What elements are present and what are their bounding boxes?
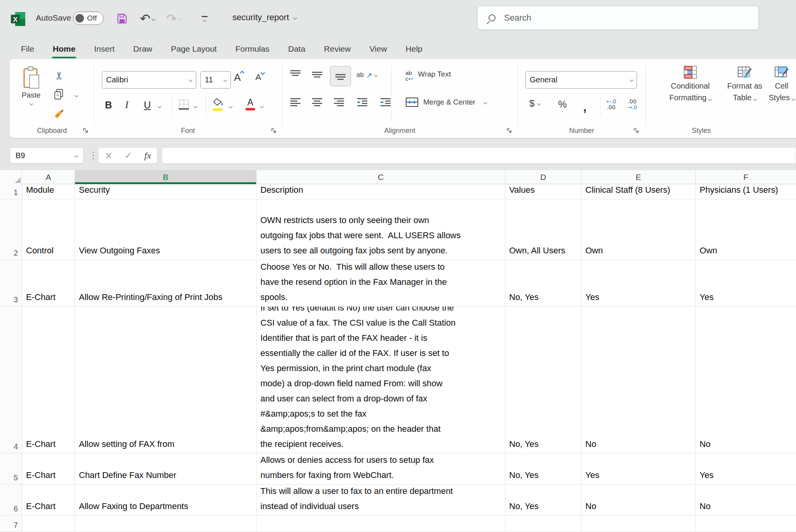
cell-F4[interactable]: No [696,307,796,454]
tab-formulas[interactable]: Formulas [226,39,279,59]
tab-review[interactable]: Review [315,39,360,59]
name-box[interactable]: B9 [10,147,84,164]
comma-format-button[interactable]: , [583,103,587,110]
formula-bar-drag-handle[interactable]: ⋮ [89,150,98,161]
cell-E6[interactable]: No [581,485,696,516]
customize-quick-access-button[interactable] [197,10,211,27]
cell-F1[interactable]: Physicians (1 Users) [696,184,796,199]
row-header-3[interactable]: 3 [0,260,22,307]
align-right-button[interactable] [333,97,345,110]
copy-button[interactable] [53,89,64,102]
font-color-button[interactable]: A [246,97,255,110]
cell-C1[interactable]: Description [257,184,505,199]
cell-styles-button[interactable]: Cell Styles [764,65,796,103]
insert-function-button[interactable]: fx [144,150,151,161]
italic-button[interactable]: I [125,99,128,110]
underline-button[interactable]: U [144,99,151,111]
font-size-select[interactable]: 11 [201,71,231,89]
row-header-6[interactable]: 6 [0,485,22,516]
cell-A7[interactable] [22,516,75,532]
cell-C7[interactable] [257,516,505,532]
cell-E4[interactable]: No [581,307,696,454]
decrease-indent-button[interactable] [356,97,369,110]
column-header-c[interactable]: C [257,170,505,184]
tab-draw[interactable]: Draw [124,39,162,59]
font-family-select[interactable]: Calibri [102,71,196,89]
decrease-decimal-button[interactable]: .00 →.0 [627,99,637,110]
cell-A5[interactable]: E-Chart [22,454,75,485]
cell-E1[interactable]: Clinical Staff (8 Users) [581,184,696,199]
cell-C5[interactable]: Allows or denies access for users to set… [257,454,505,485]
enter-button[interactable]: ✓ [124,150,132,161]
column-header-a[interactable]: A [22,170,75,184]
currency-format-button[interactable]: $ [529,98,540,109]
increase-decimal-button[interactable]: ←.0 .00 [606,99,616,110]
increase-font-size-button[interactable]: A [234,72,241,84]
row-header-7[interactable]: 7 [0,516,22,532]
align-middle-button[interactable] [311,69,323,82]
cell-B6[interactable]: Allow Faxing to Departments [75,485,257,516]
tab-home[interactable]: Home [44,39,85,59]
cell-A1[interactable]: Module [22,184,75,199]
format-as-table-button[interactable]: Format as Table [719,65,770,103]
search-input[interactable]: Search [477,6,759,30]
paste-button[interactable]: Paste [17,66,45,106]
workbook-title[interactable]: security_report [232,12,297,23]
select-all-corner[interactable] [0,170,22,184]
bold-button[interactable]: B [105,99,112,111]
cancel-button[interactable]: × [105,150,112,161]
cell-C6[interactable]: This will allow a user to fax to an enti… [257,485,505,516]
clipboard-dialog-launcher-icon[interactable] [83,128,89,134]
tab-page-layout[interactable]: Page Layout [162,39,226,59]
fill-color-button[interactable] [213,98,224,111]
tab-data[interactable]: Data [279,39,314,59]
cell-F6[interactable]: No [696,485,796,516]
cell-B5[interactable]: Chart Define Fax Number [75,454,257,485]
cell-C2[interactable]: OWN restricts users to only seeing their… [257,199,505,260]
cell-C4[interactable]: If set to Yes (default is No) the user c… [257,307,505,454]
cell-E3[interactable]: Yes [581,260,696,307]
column-header-b[interactable]: B [75,170,257,184]
decrease-font-size-button[interactable]: A [255,72,261,82]
cell-F3[interactable]: Yes [696,260,796,307]
tab-view[interactable]: View [360,39,396,59]
column-header-d[interactable]: D [505,170,581,184]
row-header-5[interactable]: 5 [0,454,22,485]
increase-indent-button[interactable] [379,97,392,110]
column-header-e[interactable]: E [581,170,696,184]
font-color-dropdown-icon[interactable] [260,105,264,108]
alignment-dialog-launcher-icon[interactable] [506,128,513,134]
cell-B4[interactable]: Allow setting of FAX from [75,307,257,454]
redo-button[interactable]: ↷ [163,10,184,27]
formula-input[interactable] [162,147,796,164]
cell-B7[interactable] [75,516,257,532]
cell-D3[interactable]: No, Yes [505,260,581,307]
wrap-text-button[interactable]: ab c↩ Wrap Text [405,70,451,82]
undo-button[interactable]: ↶ [137,10,158,27]
cell-D4[interactable]: No, Yes [505,307,581,454]
conditional-formatting-button[interactable]: Conditional Formatting [665,65,716,103]
autosave-toggle[interactable]: Off [73,12,103,25]
cell-E7[interactable] [581,516,696,532]
row-header-4[interactable]: 4 [0,307,22,454]
merge-center-button[interactable]: Merge & Center [405,96,487,108]
cell-D6[interactable]: No, Yes [505,485,581,516]
cell-E2[interactable]: Own [581,199,696,260]
cell-C3[interactable]: Choose Yes or No. This will allow these … [257,260,505,307]
cell-A6[interactable]: E-Chart [22,485,75,516]
row-header-2[interactable]: 2 [0,199,22,260]
copy-dropdown-icon[interactable] [75,94,79,98]
cut-button[interactable]: ✂ [55,69,64,82]
number-format-select[interactable]: General [525,71,637,89]
percent-format-button[interactable]: % [558,99,567,110]
cell-D1[interactable]: Values [505,184,581,199]
cell-F5[interactable]: Yes [696,454,796,485]
format-painter-button[interactable] [54,110,64,121]
tab-help[interactable]: Help [396,39,432,59]
cell-A3[interactable]: E-Chart [22,260,75,307]
save-button[interactable] [113,10,131,27]
number-dialog-launcher-icon[interactable] [634,128,640,134]
cell-F7[interactable] [696,516,796,532]
font-dialog-launcher-icon[interactable] [271,128,277,134]
align-bottom-button[interactable] [330,66,351,86]
